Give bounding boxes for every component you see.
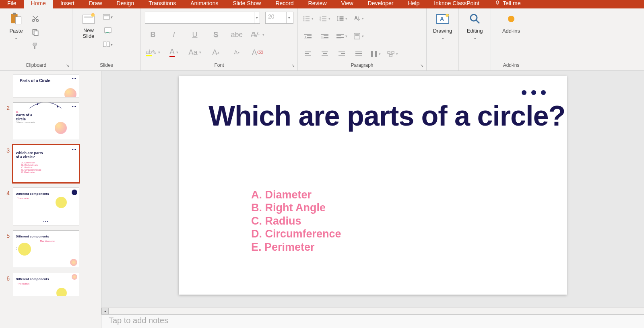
svg-point-64 (446, 14, 449, 17)
slide-title[interactable]: Which are parts of a circle? (208, 100, 565, 132)
layout-button[interactable] (103, 12, 113, 21)
font-name-combo[interactable]: ▾ (145, 12, 260, 24)
tab-help[interactable]: Help (400, 0, 427, 8)
shadow-button[interactable]: S (208, 28, 224, 41)
numbering-button[interactable]: 123▾ (319, 12, 331, 25)
tab-insert[interactable]: Insert (53, 0, 82, 8)
increase-indent-button[interactable] (319, 29, 331, 43)
font-color-button[interactable]: A▾ (166, 45, 182, 59)
tab-tellme[interactable]: Tell me (491, 0, 524, 6)
thumb-slide-2[interactable]: ••• 01 Parts of a Circle Different compo… (13, 102, 79, 140)
group-font: ▾ 20 ▾ B I U S abc AV↔▾ ab✎▾ A▾ Aa▾ A▴ (141, 8, 298, 70)
svg-rect-34 (304, 39, 312, 39)
thumb-slide-5[interactable]: Different components The diameter ⋮ (13, 230, 79, 268)
clipboard-launcher-icon[interactable]: ↘ (65, 62, 70, 68)
line-spacing-button[interactable]: ▾ (336, 12, 348, 25)
align-vertical-button[interactable]: ▾ (353, 29, 365, 43)
scroll-left-icon[interactable]: ◂ (101, 308, 109, 314)
highlight-button[interactable]: ab✎▾ (145, 45, 161, 59)
editing-button[interactable]: Editing ⌄ (463, 12, 487, 40)
char-spacing-button[interactable]: AV↔▾ (250, 28, 266, 41)
thumb-sub: The circle (17, 197, 76, 200)
cut-button[interactable] (31, 14, 40, 23)
thumb-sub: Different components (16, 121, 76, 124)
grow-font-button[interactable]: A▴ (208, 45, 224, 59)
columns-button[interactable]: ▾ (369, 47, 382, 61)
chevron-down-icon[interactable]: ▾ (254, 12, 260, 23)
editor-pane: Which are parts of a circle? A. Diameter… (101, 71, 644, 328)
clear-formatting-button[interactable]: A⌫ (250, 45, 266, 59)
thumb-title: Which are parts of a circle? (16, 151, 76, 159)
tab-design[interactable]: Design (109, 0, 142, 8)
thumb-slide-3[interactable]: ••• Which are parts of a circle? A. Diam… (13, 145, 79, 183)
font-name-input[interactable] (145, 12, 254, 23)
format-painter-button[interactable] (31, 41, 40, 50)
answer-d: D. Circumference (251, 227, 341, 240)
shrink-font-button[interactable]: A▾ (229, 45, 245, 59)
horizontal-scrollbar[interactable]: ◂ (101, 307, 644, 314)
smartart-button[interactable]: ▾ (386, 47, 398, 61)
tab-animations[interactable]: Animations (183, 0, 225, 8)
underline-button[interactable]: U (187, 28, 203, 41)
italic-button[interactable]: I (166, 28, 182, 41)
paste-button[interactable]: Paste ⌄ (4, 12, 28, 40)
text-direction-button[interactable]: A▾ (353, 12, 365, 25)
font-launcher-icon[interactable]: ↘ (290, 62, 296, 68)
reset-button[interactable] (103, 26, 113, 35)
thumb-number: 2 (4, 102, 10, 111)
svg-rect-22 (322, 17, 326, 17)
thumb-slide-6[interactable]: Different components The radius (13, 273, 79, 296)
strikethrough-button[interactable]: abc (229, 28, 245, 41)
bullets-button[interactable]: ▾ (302, 12, 314, 25)
tab-file[interactable]: File (0, 0, 24, 8)
chevron-down-icon[interactable]: ▾ (286, 12, 292, 23)
tellme-label: Tell me (503, 0, 520, 6)
slide[interactable]: Which are parts of a circle? A. Diameter… (179, 76, 567, 295)
bold-button[interactable]: B (145, 28, 161, 41)
addins-label: Add-ins (495, 61, 527, 70)
tab-record[interactable]: Record (268, 0, 301, 8)
justify-button[interactable] (353, 47, 365, 61)
thumb-slide-1[interactable]: Parts of a Circle ••• (13, 74, 79, 97)
slide-answers[interactable]: A. Diameter B. Right Angle C. Radius D. … (251, 188, 341, 254)
svg-text:A: A (440, 16, 444, 22)
svg-rect-20 (305, 21, 310, 21)
align-text-button[interactable]: ▾ (336, 29, 348, 43)
answer-b: B. Right Angle (251, 201, 341, 214)
svg-rect-40 (336, 35, 341, 36)
paragraph-launcher-icon[interactable]: ↘ (419, 62, 425, 68)
copy-button[interactable] (31, 28, 40, 37)
tab-review[interactable]: Review (301, 0, 334, 8)
tab-view[interactable]: View (334, 0, 361, 8)
tab-transitions[interactable]: Transitions (141, 0, 183, 8)
align-left-button[interactable] (302, 47, 314, 61)
tab-home[interactable]: Home (24, 0, 53, 8)
addins-button[interactable]: Add-ins (499, 12, 523, 34)
change-case-button[interactable]: Aa▾ (187, 45, 203, 59)
answer-e: E. Perimeter (251, 241, 341, 254)
new-slide-button[interactable]: New Slide (76, 12, 101, 39)
tab-slideshow[interactable]: Slide Show (225, 0, 268, 8)
svg-rect-18 (305, 19, 310, 19)
chevron-down-icon: ⌄ (14, 35, 18, 40)
section-button[interactable] (103, 40, 113, 49)
font-size-combo[interactable]: 20 ▾ (265, 12, 293, 24)
svg-text:A: A (355, 16, 357, 20)
drawing-button[interactable]: A Drawing ⌄ (431, 12, 454, 40)
align-center-button[interactable] (319, 47, 331, 61)
notes-pane[interactable]: Tap to add notes (101, 314, 644, 328)
canvas[interactable]: Which are parts of a circle? A. Diameter… (101, 71, 644, 307)
thumb-slide-4[interactable]: Different components The circle ••• (13, 188, 79, 225)
svg-rect-52 (341, 53, 345, 54)
tab-developer[interactable]: Developer (361, 0, 401, 8)
svg-point-17 (303, 19, 304, 20)
decrease-indent-button[interactable] (302, 29, 314, 43)
paste-label: Paste (9, 28, 23, 34)
svg-rect-35 (321, 34, 328, 35)
tab-classpoint[interactable]: Inknoe ClassPoint (427, 0, 487, 8)
align-right-button[interactable] (336, 47, 348, 61)
font-size-input[interactable]: 20 (265, 12, 286, 23)
tab-draw[interactable]: Draw (82, 0, 109, 8)
search-icon (468, 12, 482, 26)
paragraph-label: Paragraph (302, 61, 422, 70)
